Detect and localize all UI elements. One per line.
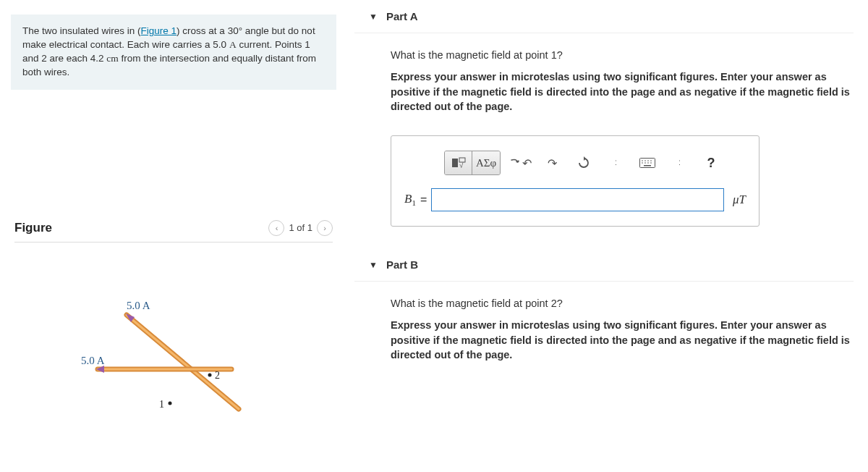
svg-point-24 <box>650 162 652 164</box>
svg-rect-25 <box>644 165 651 167</box>
template-picker-button[interactable]: √ <box>445 151 472 174</box>
keyboard-hint-icon: ⁚ <box>667 151 692 174</box>
svg-point-18 <box>644 160 646 161</box>
svg-point-20 <box>650 160 652 161</box>
part-a-toggle-icon[interactable]: ▼ <box>369 12 378 22</box>
figure-title: Figure <box>14 221 52 235</box>
reset-hint-icon: ⁚ <box>603 151 628 174</box>
figure-diagram: 5.0 A 5.0 A 2 1 <box>14 293 333 438</box>
problem-statement: The two insulated wires in (Figure 1) cr… <box>11 14 336 90</box>
svg-point-21 <box>642 162 643 164</box>
svg-point-19 <box>647 160 649 161</box>
svg-text:5.0 A: 5.0 A <box>127 300 150 311</box>
redo-button[interactable]: ↷ <box>540 151 564 174</box>
figure-nav-label: 1 of 1 <box>289 222 312 233</box>
svg-point-8 <box>208 373 212 376</box>
part-b-instruction: Express your answer in microteslas using… <box>391 318 854 362</box>
svg-rect-12 <box>452 159 458 167</box>
svg-line-1 <box>127 315 239 409</box>
help-button[interactable]: ? <box>699 151 723 174</box>
figure-next-button[interactable]: › <box>317 220 333 236</box>
part-a-instruction: Express your answer in microteslas using… <box>391 69 854 114</box>
answer-unit: μT <box>728 193 746 207</box>
figure-link[interactable]: Figure 1 <box>141 25 177 36</box>
part-b-question: What is the magnetic field at point 2? <box>391 296 854 311</box>
greek-symbols-button[interactable]: ΑΣφ <box>472 151 500 174</box>
answer-box-a: √ ΑΣφ ↶ ↷ ⁚ ⁚ <box>391 135 760 227</box>
svg-text:√: √ <box>459 161 464 169</box>
svg-point-10 <box>169 401 172 405</box>
answer-input-a[interactable] <box>431 188 724 211</box>
answer-variable: B1 <box>404 192 416 207</box>
svg-point-17 <box>642 160 643 161</box>
unit-ampere: A <box>229 39 237 50</box>
equals-sign: = <box>420 193 427 206</box>
svg-text:1: 1 <box>159 399 164 410</box>
svg-marker-15 <box>584 156 586 161</box>
undo-button[interactable]: ↶ <box>508 151 532 174</box>
keyboard-button[interactable] <box>635 151 660 174</box>
figure-prev-button[interactable]: ‹ <box>268 220 284 236</box>
reset-button[interactable] <box>571 151 596 174</box>
svg-text:5.0 A: 5.0 A <box>81 355 105 366</box>
part-b-title: Part B <box>386 258 418 271</box>
svg-point-23 <box>647 162 649 164</box>
svg-text:2: 2 <box>215 370 220 381</box>
part-b-toggle-icon[interactable]: ▼ <box>369 260 378 270</box>
part-a-title: Part A <box>386 10 418 22</box>
problem-text: The two insulated wires in ( <box>22 25 141 36</box>
svg-point-22 <box>644 162 646 164</box>
part-a-question: What is the magnetic field at point 1? <box>391 48 854 62</box>
unit-cm: cm <box>106 53 119 64</box>
